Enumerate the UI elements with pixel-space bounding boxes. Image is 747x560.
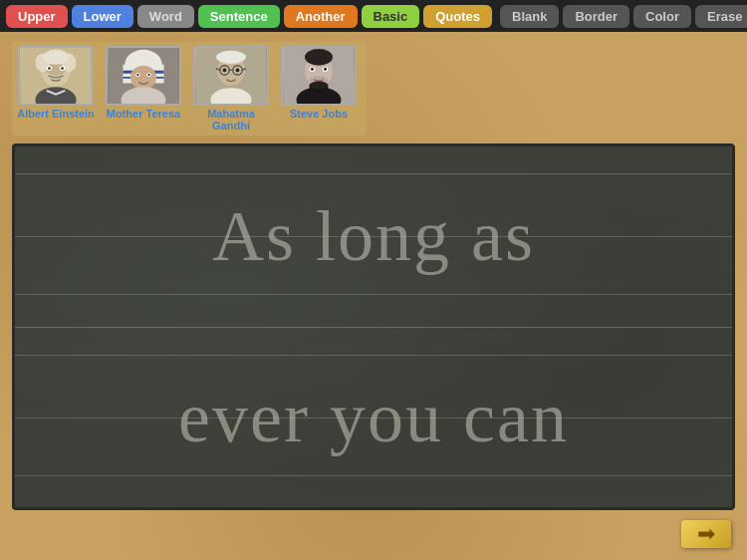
next-arrow-button[interactable]: ➡ xyxy=(681,520,731,548)
tab-lower[interactable]: Lower xyxy=(72,5,133,28)
board-text-line1: As long as xyxy=(15,200,732,272)
svg-point-28 xyxy=(236,69,240,73)
svg-point-33 xyxy=(305,49,333,66)
svg-point-29 xyxy=(216,51,246,64)
board-line-set-1: As long as xyxy=(15,146,732,327)
bottom-bar: ➡ xyxy=(12,518,735,550)
svg-point-41 xyxy=(310,82,329,89)
tab-sentence[interactable]: Sentence xyxy=(198,5,280,28)
chalk-line-1a xyxy=(15,173,732,174)
svg-point-36 xyxy=(311,68,314,71)
person-selector: Albert Einstein xyxy=(12,42,367,136)
teresa-label: Mother Teresa xyxy=(107,108,180,120)
chalk-line-1c xyxy=(15,294,732,295)
gandhi-photo xyxy=(193,46,269,106)
tab-another[interactable]: Another xyxy=(284,5,358,28)
board-text-line2: ever you can xyxy=(15,382,732,453)
blackboard: As long as ever you can xyxy=(12,143,735,510)
jobs-label: Steve Jobs xyxy=(290,108,348,120)
gandhi-label: Mahatma Gandhi xyxy=(191,108,271,132)
chalk-line-2a xyxy=(15,355,732,356)
tab-blank[interactable]: Blank xyxy=(500,5,559,28)
svg-point-37 xyxy=(324,68,327,71)
top-navigation: Upper Lower Word Sentence Another Basic … xyxy=(0,0,747,32)
chalk-line-2c xyxy=(15,475,732,476)
tab-erase[interactable]: Erase xyxy=(695,5,747,28)
tab-upper[interactable]: Upper xyxy=(6,5,68,28)
cork-frame: Albert Einstein xyxy=(0,32,747,560)
svg-point-14 xyxy=(130,66,156,90)
jobs-photo xyxy=(281,46,357,106)
svg-point-8 xyxy=(48,67,51,70)
tab-basic[interactable]: Basic xyxy=(362,5,420,28)
svg-point-5 xyxy=(43,50,69,65)
person-einstein[interactable]: Albert Einstein xyxy=(16,46,96,120)
tab-border[interactable]: Border xyxy=(563,5,629,28)
einstein-photo xyxy=(18,46,94,106)
einstein-label: Albert Einstein xyxy=(17,108,95,120)
tab-quotes[interactable]: Quotes xyxy=(423,5,492,28)
tab-color[interactable]: Color xyxy=(633,5,691,28)
board-line-set-2: ever you can xyxy=(15,328,732,508)
svg-point-18 xyxy=(147,74,149,76)
person-jobs[interactable]: Steve Jobs xyxy=(279,46,359,120)
svg-point-27 xyxy=(223,69,227,73)
tab-word[interactable]: Word xyxy=(137,5,194,28)
person-gandhi[interactable]: Mahatma Gandhi xyxy=(191,46,271,132)
person-teresa[interactable]: Mother Teresa xyxy=(104,46,183,120)
svg-point-17 xyxy=(136,74,138,76)
teresa-photo xyxy=(106,46,181,106)
svg-point-9 xyxy=(61,67,64,70)
